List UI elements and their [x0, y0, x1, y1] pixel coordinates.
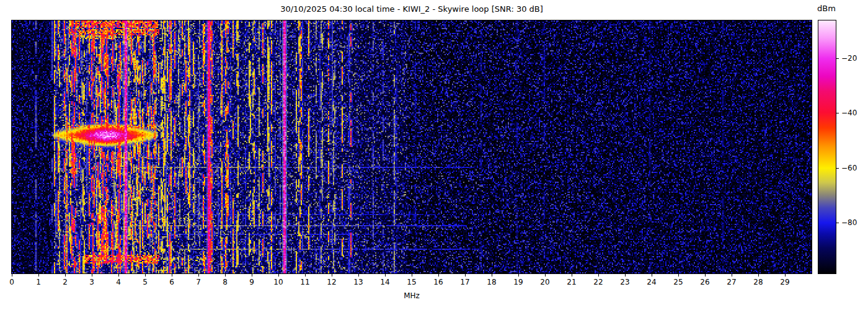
x-tick-label: 16 — [433, 278, 443, 286]
x-axis-label: MHz — [12, 291, 812, 300]
x-tick-mark — [438, 274, 439, 277]
x-tick-mark — [385, 274, 386, 277]
x-tick-mark — [678, 274, 679, 277]
x-tick-mark — [598, 274, 599, 277]
colorbar-tick-label: −20 — [841, 54, 857, 63]
x-tick-label: 7 — [196, 278, 201, 286]
colorbar-tick-label: −60 — [841, 164, 857, 172]
x-tick-mark — [198, 274, 199, 277]
x-tick-mark — [118, 274, 119, 277]
chart-title: 30/10/2025 04:30 local time - KIWI_2 - S… — [12, 4, 812, 14]
x-tick-mark — [572, 274, 572, 277]
x-tick-mark — [785, 274, 786, 277]
x-tick-label: 9 — [249, 278, 254, 286]
colorbar-tick-mark — [836, 168, 839, 169]
x-tick-mark — [705, 274, 706, 277]
x-tick-label: 10 — [273, 278, 283, 286]
colorbar-label: dBm — [813, 4, 840, 13]
x-tick-mark — [412, 274, 412, 277]
x-tick-mark — [652, 274, 652, 277]
x-tick-label: 12 — [327, 278, 336, 286]
x-tick-mark — [38, 274, 39, 277]
x-tick-mark — [492, 274, 492, 277]
x-tick-label: 11 — [300, 278, 309, 286]
x-tick-mark — [278, 274, 279, 277]
x-tick-mark — [332, 274, 332, 277]
x-tick-label: 23 — [620, 278, 629, 286]
x-tick-label: 20 — [540, 278, 549, 286]
x-tick-mark — [465, 274, 466, 277]
x-tick-label: 4 — [116, 278, 121, 286]
colorbar-tick-label: −40 — [841, 108, 857, 117]
x-tick-label: 6 — [169, 278, 174, 286]
x-tick-mark — [172, 274, 172, 277]
plot-frame — [11, 20, 812, 274]
x-tick-label: 1 — [36, 278, 41, 286]
x-tick-label: 5 — [143, 278, 148, 286]
x-tick-label: 29 — [780, 278, 789, 286]
x-tick-mark — [518, 274, 519, 277]
x-tick-mark — [252, 274, 252, 277]
x-tick-label: 17 — [460, 278, 469, 286]
x-tick-mark — [358, 274, 359, 277]
x-tick-label: 22 — [593, 278, 603, 286]
x-tick-label: 19 — [513, 278, 523, 286]
x-tick-label: 27 — [727, 278, 736, 286]
x-tick-label: 18 — [487, 278, 496, 286]
x-tick-mark — [732, 274, 732, 277]
x-tick-label: 8 — [223, 278, 228, 286]
waterfall-heatmap — [12, 20, 812, 273]
x-tick-mark — [758, 274, 759, 277]
x-tick-label: 25 — [673, 278, 683, 286]
x-tick-label: 28 — [753, 278, 763, 286]
x-tick-mark — [12, 274, 12, 277]
x-tick-mark — [545, 274, 546, 277]
colorbar-tick-mark — [836, 58, 839, 59]
x-tick-mark — [145, 274, 146, 277]
x-tick-label: 15 — [407, 278, 416, 286]
colorbar — [818, 20, 836, 274]
x-tick-label: 14 — [380, 278, 389, 286]
colorbar-tick-label: −80 — [841, 218, 857, 227]
colorbar-tick-mark — [836, 113, 839, 113]
x-tick-label: 3 — [89, 278, 94, 286]
x-tick-mark — [65, 274, 66, 277]
x-tick-label: 24 — [647, 278, 656, 286]
colorbar-gradient — [818, 20, 836, 273]
x-tick-label: 21 — [567, 278, 576, 286]
x-tick-label: 0 — [9, 278, 14, 286]
x-tick-mark — [625, 274, 626, 277]
spectrogram-figure: 30/10/2025 04:30 local time - KIWI_2 - S… — [0, 0, 868, 310]
colorbar-tick-mark — [836, 223, 839, 223]
x-tick-label: 13 — [353, 278, 363, 286]
x-tick-mark — [92, 274, 92, 277]
x-tick-mark — [305, 274, 306, 277]
x-tick-label: 2 — [63, 278, 68, 286]
x-tick-mark — [225, 274, 226, 277]
x-tick-label: 26 — [700, 278, 709, 286]
